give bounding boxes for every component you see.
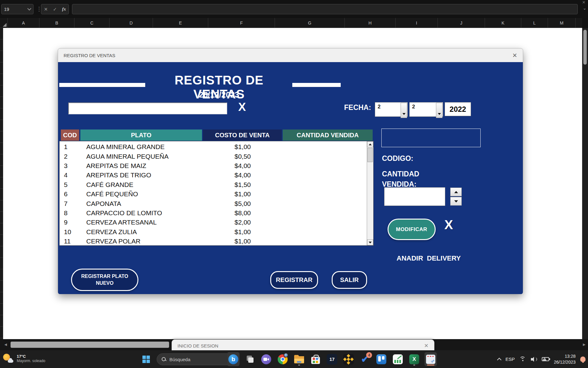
row-cod: 7 [60, 200, 81, 207]
scroll-down-icon[interactable] [367, 239, 373, 245]
column-header[interactable]: L [521, 18, 548, 28]
wifi-icon[interactable] [519, 357, 526, 362]
vertical-scrollbar-thumb[interactable] [583, 30, 587, 65]
chevron-up-icon[interactable] [497, 358, 501, 362]
salir-button[interactable]: SALIR [332, 271, 367, 289]
column-header[interactable]: K [485, 18, 521, 28]
column-header[interactable]: F [208, 18, 275, 28]
table-row[interactable]: 2 AGUA MINERAL PEQUEÑA $0,50 [60, 152, 367, 161]
taskbar-item-tradingview[interactable]: 17 [326, 352, 338, 366]
table-row[interactable]: 7 CAPONATA $5,00 [60, 199, 367, 208]
formula-bar-expand-icon[interactable]: ⌄ [583, 6, 586, 11]
select-all-corner[interactable] [0, 18, 8, 28]
column-header[interactable]: M [548, 18, 576, 28]
taskbar-search[interactable]: Búsqueda [157, 353, 236, 365]
window-close-icon[interactable]: ✕ [582, 0, 586, 5]
column-header[interactable]: I [396, 18, 438, 28]
close-icon[interactable]: ✕ [512, 52, 517, 59]
modificar-button[interactable]: MODIFICAR [388, 219, 436, 240]
spin-down-icon[interactable] [450, 197, 462, 206]
taskbar-item-excel[interactable]: X [408, 352, 420, 366]
formula-buttons: ✕ ✓ fx [41, 4, 69, 14]
table-row[interactable]: 4 AREPITAS DE TRIGO $4,00 [60, 170, 367, 180]
battery-icon[interactable] [542, 357, 549, 361]
task-view-icon [245, 354, 255, 365]
column-header[interactable]: C [74, 18, 110, 28]
year-input[interactable] [445, 102, 471, 116]
horizontal-scrollbar-thumb[interactable] [11, 342, 169, 348]
taskbar-item-binance[interactable] [342, 352, 355, 366]
table-row[interactable]: 3 AREPITAS DE MAIZ $4,00 [60, 161, 367, 170]
scroll-right-icon[interactable]: ▶ [583, 343, 586, 347]
dialog-title-bar: REGISTRO DE VENTAS ✕ [58, 48, 523, 62]
taskbar-item-chrome[interactable] [276, 352, 289, 366]
name-box[interactable]: 19 [1, 4, 34, 14]
column-header[interactable]: J [438, 18, 485, 28]
column-header[interactable]: H [345, 18, 396, 28]
column-header[interactable]: G [275, 18, 345, 28]
column-header[interactable]: A [8, 18, 39, 28]
column-header[interactable]: D [110, 18, 153, 28]
dialog-title: REGISTRO DE VENTAS [64, 53, 512, 58]
spin-up-icon[interactable] [450, 188, 462, 196]
vertical-scrollbar[interactable] [582, 28, 588, 339]
taskbar-item-store[interactable] [309, 352, 322, 366]
taskbar-item-stocks[interactable] [392, 352, 404, 366]
cloud-icon [8, 360, 13, 363]
list-scrollbar[interactable] [367, 141, 373, 245]
table-row[interactable]: 10 CERVEZA ZULIA $1,00 [60, 227, 367, 237]
registrar-button[interactable]: REGISTRAR [270, 271, 318, 289]
table-row[interactable]: 8 CARPACCIO DE LOMITO $8,00 [60, 208, 367, 218]
column-header[interactable]: E [153, 18, 208, 28]
cantidad-input[interactable] [384, 188, 445, 206]
month-combobox[interactable]: 2 [409, 102, 443, 117]
table-row[interactable]: 6 CAFÉ PEQUEÑO $1,00 [60, 189, 367, 199]
notification-bell-icon[interactable] [580, 357, 586, 362]
scroll-up-icon[interactable] [367, 141, 373, 147]
dropdown-arrow-icon[interactable] [401, 103, 407, 118]
clear-search-button[interactable]: X [234, 101, 250, 114]
search-plato-input[interactable] [68, 102, 227, 114]
anadir-delivery-label[interactable]: ANADIR DELIVERY [397, 254, 461, 262]
cancel-entry-icon[interactable]: ✕ [44, 7, 48, 12]
windows-logo-icon [142, 356, 150, 363]
clock[interactable]: 13:28 26/12/2023 [554, 353, 576, 365]
close-icon[interactable]: ✕ [424, 343, 429, 349]
start-button[interactable] [140, 353, 152, 365]
taskbar-item-todo[interactable]: ✔ 4 [359, 352, 371, 366]
row-costo: $1,00 [222, 143, 263, 151]
taskbar-item-taskview[interactable] [244, 352, 256, 366]
table-row[interactable]: 5 CAFÉ GRANDE $1,50 [60, 180, 367, 189]
tradingview-icon: 17 [327, 354, 337, 365]
taskbar: 17°C Mayorm. soleado Búsqueda b [0, 350, 588, 368]
table-row[interactable]: 1 AGUA MINERAL GRANDE $1,00 [60, 142, 367, 152]
clear-selection-button[interactable]: X [438, 217, 459, 232]
day-combobox[interactable]: 2 [375, 102, 408, 117]
profile-globe-icon [284, 353, 288, 357]
row-costo: $4,00 [222, 162, 263, 170]
table-header-cod: COD [61, 129, 79, 141]
row-costo: $2,00 [222, 219, 263, 226]
taskbar-item-meet[interactable] [260, 352, 272, 366]
weather-widget[interactable]: 17°C Mayorm. soleado [2, 353, 45, 364]
row-costo: $1,00 [222, 228, 263, 236]
taskbar-item-explorer[interactable] [293, 352, 305, 366]
row-costo: $0,50 [222, 153, 263, 160]
taskbar-item-active-app[interactable]: ✂ [424, 352, 437, 366]
taskbar-item-trello[interactable] [375, 352, 388, 366]
registrar-plato-nuevo-button[interactable]: REGISTRAR PLATO NUEVO [71, 269, 138, 291]
list-scrollbar-thumb[interactable] [367, 148, 373, 162]
scroll-left-icon[interactable]: ◀ [4, 343, 7, 347]
row-costo: $4,00 [222, 171, 263, 179]
dropdown-arrow-icon[interactable] [436, 103, 442, 118]
column-header[interactable]: B [39, 18, 74, 28]
confirm-entry-icon[interactable]: ✓ [53, 7, 57, 12]
table-row[interactable]: 11 CERVEZA POLAR $1,00 [60, 237, 367, 246]
insert-function-icon[interactable]: fx [62, 7, 66, 12]
formula-input[interactable] [72, 4, 578, 14]
language-indicator[interactable]: ESP [505, 357, 515, 362]
table-row[interactable]: 9 CERVEZA ARTESANAL $2,00 [60, 218, 367, 227]
taskbar-item-bing[interactable]: b [227, 352, 240, 366]
volume-icon[interactable] [531, 357, 537, 362]
microsoft-store-icon [311, 357, 320, 364]
